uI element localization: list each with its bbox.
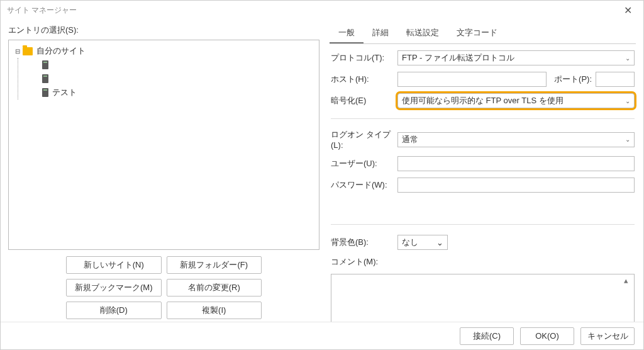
right-panel: 一般 詳細 転送設定 文字コード プロトコル(T): FTP - ファイル転送プ… xyxy=(330,23,636,319)
cancel-button[interactable]: キャンセル xyxy=(580,327,635,345)
site-tree[interactable]: ⊟ 自分のサイト テスト xyxy=(8,40,319,250)
comment-label: コメント(M): xyxy=(331,256,394,268)
divider xyxy=(331,224,635,225)
password-input[interactable] xyxy=(397,178,635,193)
tree-item[interactable] xyxy=(18,72,316,86)
entry-select-label: エントリの選択(S): xyxy=(8,25,319,36)
logon-type-select[interactable]: 通常 ⌄ xyxy=(397,132,635,147)
encryption-value: 使用可能なら明示的な FTP over TLS を使用 xyxy=(402,95,564,106)
bgcolor-value: なし xyxy=(402,237,418,248)
server-icon xyxy=(42,60,48,69)
ok-button[interactable]: OK(O) xyxy=(520,327,574,345)
scroll-up-icon[interactable]: ▴ xyxy=(624,276,633,285)
body: エントリの選択(S): ⊟ 自分のサイト xyxy=(1,20,643,322)
chevron-down-icon: ⌄ xyxy=(436,238,443,247)
chevron-down-icon: ⌄ xyxy=(625,98,630,104)
server-icon xyxy=(42,88,48,97)
logon-type-label: ログオン タイプ(L): xyxy=(331,129,394,150)
tab-charset[interactable]: 文字コード xyxy=(448,23,506,43)
new-site-button[interactable]: 新しいサイト(N) xyxy=(66,256,162,274)
encryption-label: 暗号化(E) xyxy=(331,95,394,106)
tree-item[interactable] xyxy=(18,58,316,72)
host-input[interactable] xyxy=(397,72,547,87)
delete-button[interactable]: 削除(D) xyxy=(66,302,162,319)
chevron-down-icon: ⌄ xyxy=(625,136,630,143)
entry-buttons: 新しいサイト(N) 新規フォルダー(F) 新規ブックマーク(M) 名前の変更(R… xyxy=(8,250,319,319)
connect-button[interactable]: 接続(C) xyxy=(460,327,514,345)
user-label: ユーザー(U): xyxy=(331,158,394,169)
port-label: ポート(P): xyxy=(554,74,592,85)
collapse-icon[interactable]: ⊟ xyxy=(14,48,21,55)
tab-advanced[interactable]: 詳細 xyxy=(364,23,397,43)
comment-textarea[interactable]: ▴ ▾ xyxy=(331,274,635,322)
tab-transfer[interactable]: 転送設定 xyxy=(397,23,448,43)
close-icon[interactable]: ✕ xyxy=(618,4,637,16)
tab-general[interactable]: 一般 xyxy=(330,23,364,43)
bgcolor-label: 背景色(B): xyxy=(331,237,394,248)
footer: 接続(C) OK(O) キャンセル xyxy=(1,322,643,349)
rename-button[interactable]: 名前の変更(R) xyxy=(167,279,262,296)
folder-icon xyxy=(23,47,33,55)
port-input[interactable] xyxy=(596,72,635,87)
window-title: サイト マネージャー xyxy=(7,5,618,16)
protocol-select[interactable]: FTP - ファイル転送プロトコル ⌄ xyxy=(397,50,635,65)
site-manager-window: サイト マネージャー ✕ エントリの選択(S): ⊟ 自分のサイト xyxy=(0,0,644,350)
tree-children: テスト xyxy=(18,58,316,99)
server-icon xyxy=(42,74,48,83)
tree-root-label: 自分のサイト xyxy=(36,45,86,57)
left-panel: エントリの選択(S): ⊟ 自分のサイト xyxy=(8,23,319,319)
user-input[interactable] xyxy=(397,156,635,171)
tabs: 一般 詳細 転送設定 文字コード xyxy=(330,23,636,44)
logon-type-value: 通常 xyxy=(402,134,418,145)
bgcolor-select[interactable]: なし ⌄ xyxy=(397,235,448,250)
tree-item[interactable]: テスト xyxy=(18,86,316,99)
protocol-value: FTP - ファイル転送プロトコル xyxy=(402,52,514,64)
encryption-select[interactable]: 使用可能なら明示的な FTP over TLS を使用 ⌄ xyxy=(397,93,635,108)
titlebar: サイト マネージャー ✕ xyxy=(1,1,643,20)
tree-root-row[interactable]: ⊟ 自分のサイト xyxy=(11,44,316,58)
password-label: パスワード(W): xyxy=(331,179,394,191)
tree-item-label: テスト xyxy=(52,87,77,98)
new-folder-button[interactable]: 新規フォルダー(F) xyxy=(167,256,262,274)
divider xyxy=(331,118,635,119)
new-bookmark-button[interactable]: 新規ブックマーク(M) xyxy=(66,279,162,296)
protocol-label: プロトコル(T): xyxy=(331,52,394,64)
chevron-down-icon: ⌄ xyxy=(625,55,630,62)
general-form: プロトコル(T): FTP - ファイル転送プロトコル ⌄ ホスト(H): ポー… xyxy=(330,44,636,322)
host-label: ホスト(H): xyxy=(331,74,394,85)
duplicate-button[interactable]: 複製(I) xyxy=(167,302,262,319)
